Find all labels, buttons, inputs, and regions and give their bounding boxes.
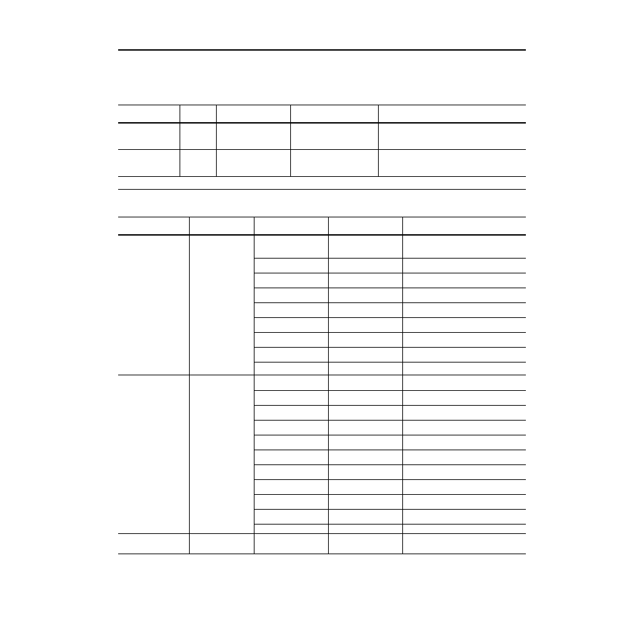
t1-bottom-rule [118, 189, 526, 190]
t2-v3 [328, 217, 329, 554]
t2-g2-sub4 [254, 435, 526, 435]
document-page [0, 0, 644, 644]
t1-row2-bottom [118, 176, 526, 177]
t2-header-bottom [118, 234, 526, 236]
t2-v4 [402, 217, 403, 554]
t2-g2-sub7 [254, 479, 526, 480]
t2-g2-sub5 [254, 450, 526, 450]
t2-g2-sub9 [254, 509, 526, 510]
t2-g1-sub5 [254, 317, 526, 318]
t1-top-rule [118, 49, 526, 51]
t2-g1-sub1 [254, 258, 526, 259]
t2-v2 [254, 217, 254, 554]
t1-v1 [180, 105, 180, 176]
t2-g1-sub6 [254, 332, 526, 333]
t1-v2 [216, 105, 217, 176]
t2-bottom-rule [118, 554, 526, 554]
t1-v4 [378, 105, 379, 176]
t2-group2-bottom [118, 533, 526, 534]
t2-g1-sub3 [254, 288, 526, 288]
t1-v3 [290, 105, 291, 176]
t2-g1-sub2 [254, 273, 526, 273]
t2-top-rule [118, 217, 526, 217]
t2-g2-sub6 [254, 464, 526, 465]
t2-g2-sub3 [254, 420, 526, 421]
t2-g2-sub1 [254, 390, 526, 391]
t2-v1 [189, 217, 190, 554]
t2-g1-sub8 [254, 362, 526, 363]
t2-g2-sub2 [254, 405, 526, 406]
t2-group1-bottom [118, 375, 526, 375]
t2-g1-sub4 [254, 302, 526, 303]
t2-g2-sub8 [254, 494, 526, 495]
t2-g2-sub10 [254, 524, 526, 525]
t2-g1-sub7 [254, 347, 526, 348]
